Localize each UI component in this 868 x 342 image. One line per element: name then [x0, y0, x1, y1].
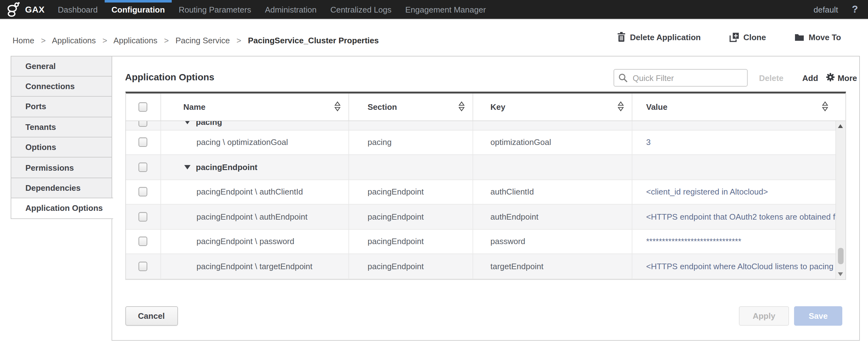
table-row-password: pacingEndpoint \ password pacingEndpoint… [126, 229, 845, 254]
caret-down-icon[interactable] [184, 121, 190, 124]
row-checkbox[interactable] [138, 163, 147, 172]
sidebar-tab-general[interactable]: General [10, 56, 112, 77]
row-checkbox[interactable] [138, 212, 147, 222]
nav-item-engagement-manager[interactable]: Engagement Manager [398, 0, 493, 19]
breadcrumb-separator: > [237, 36, 241, 45]
sort-arrows-icon[interactable] [822, 101, 829, 113]
breadcrumb-item-applications-2[interactable]: Applications [114, 36, 157, 45]
cell-section: pacingEndpoint [349, 229, 473, 254]
table-header: Name Section [126, 93, 845, 121]
breadcrumb-item-home[interactable]: Home [12, 36, 34, 45]
nav-item-configuration[interactable]: Configuration [105, 0, 172, 19]
table-row-authEndpoint: pacingEndpoint \ authEndpoint pacingEndp… [126, 205, 845, 229]
nav-item-centralized-logs[interactable]: Centralized Logs [323, 0, 398, 19]
cell-section: pacingEndpoint [349, 180, 473, 204]
row-checkbox[interactable] [138, 237, 147, 246]
cell-name: pacingEndpoint \ authEndpoint [161, 205, 349, 229]
clone-icon [730, 32, 739, 42]
page-actions: Delete Application Clone [617, 32, 841, 42]
breadcrumb: Home > Applications > Applications > Pac… [12, 36, 379, 45]
cell-value: 3 [632, 130, 845, 154]
sort-arrows-icon[interactable] [617, 101, 624, 113]
breadcrumb-item-applications[interactable]: Applications [52, 36, 96, 45]
quick-filter-input[interactable] [613, 69, 748, 87]
sidebar-tab-ports[interactable]: Ports [10, 96, 112, 117]
column-header-section[interactable]: Section [349, 93, 473, 120]
brand[interactable]: GAX [6, 0, 51, 19]
sort-arrows-icon[interactable] [334, 101, 341, 113]
sidebar-tab-application-options[interactable]: Application Options [10, 198, 113, 219]
search-icon [618, 73, 627, 84]
row-checkbox[interactable] [138, 187, 147, 197]
brand-text: GAX [25, 4, 45, 15]
table-row-group-pacing-partial: pacing [126, 121, 845, 130]
select-all-cell [126, 93, 161, 120]
cell-section: pacing [349, 130, 473, 154]
sidebar-tab-tenants[interactable]: Tenants [10, 116, 112, 137]
cell-name: pacingEndpoint \ authClientId [161, 180, 349, 204]
nav-item-routing-parameters[interactable]: Routing Parameters [172, 0, 258, 19]
clone-button[interactable]: Clone [730, 32, 766, 42]
select-all-checkbox[interactable] [138, 102, 147, 112]
user-menu[interactable]: default [813, 5, 838, 14]
cell-section: pacingEndpoint [349, 254, 473, 278]
nav-item-administration[interactable]: Administration [258, 0, 323, 19]
row-checkbox[interactable] [138, 121, 147, 127]
trash-icon [617, 32, 625, 42]
cell-key: targetEndpoint [473, 254, 632, 278]
row-checkbox[interactable] [138, 262, 147, 271]
cell-key: optimizationGoal [473, 130, 632, 154]
sidebar-tab-dependencies[interactable]: Dependencies [10, 178, 112, 199]
column-header-name[interactable]: Name [161, 93, 349, 120]
toolbar-more-button[interactable]: More [826, 73, 857, 83]
move-to-button[interactable]: Move To [795, 32, 841, 42]
scroll-down-icon[interactable] [838, 272, 843, 276]
cell-value: ****************************** [632, 229, 845, 254]
sidebar-tab-connections[interactable]: Connections [10, 76, 112, 97]
caret-down-icon[interactable] [184, 165, 190, 169]
cell-value: <HTTPS endpoint where AltoCloud listens … [632, 254, 845, 278]
column-header-key[interactable]: Key [473, 93, 632, 120]
toolbar-add-button[interactable]: Add [802, 73, 818, 83]
breadcrumb-separator: > [41, 36, 46, 45]
row-checkbox[interactable] [138, 138, 147, 147]
breadcrumb-bar: Home > Applications > Applications > Pac… [0, 20, 868, 55]
panel-footer: Cancel Apply Save [125, 306, 842, 326]
sidebar-tab-permissions[interactable]: Permissions [10, 157, 112, 178]
cell-key: password [473, 229, 632, 254]
cell-section: pacingEndpoint [349, 205, 473, 229]
nav-item-dashboard[interactable]: Dashboard [51, 0, 105, 19]
delete-application-button[interactable]: Delete Application [617, 32, 701, 42]
table-scrollbar[interactable] [835, 121, 845, 279]
folder-icon [795, 33, 804, 41]
column-header-value[interactable]: Value [632, 93, 845, 120]
table-row-group-pacingEndpoint: pacingEndpoint [126, 155, 845, 180]
application-options-table: Name Section [125, 92, 846, 280]
toolbar-delete-button[interactable]: Delete [759, 73, 783, 83]
sidebar: General Connections Ports Tenants Option… [10, 56, 113, 219]
apply-button[interactable]: Apply [739, 306, 789, 326]
gear-icon [826, 73, 835, 83]
breadcrumb-separator: > [164, 36, 169, 45]
save-button[interactable]: Save [794, 306, 842, 326]
table-row-targetEndpoint: pacingEndpoint \ targetEndpoint pacingEn… [126, 254, 845, 279]
table-body: pacing pacing \ optimizationGoal pacing … [126, 121, 845, 279]
sort-arrows-icon[interactable] [458, 101, 465, 113]
gax-logo-icon [6, 2, 20, 17]
breadcrumb-separator: > [102, 36, 107, 45]
cancel-button[interactable]: Cancel [125, 306, 178, 326]
page-title: Application Options [125, 71, 214, 82]
table-row-authClientId: pacingEndpoint \ authClientId pacingEndp… [126, 180, 845, 205]
breadcrumb-current: PacingService_Cluster Properties [248, 36, 379, 45]
question-mark-icon[interactable]: ? [852, 4, 858, 15]
cell-key: authClientId [473, 180, 632, 204]
gax-application: GAX Dashboard Configuration Routing Para… [0, 0, 868, 342]
cell-name: pacingEndpoint \ targetEndpoint [161, 254, 349, 278]
breadcrumb-item-pacing-service[interactable]: Pacing Service [176, 36, 230, 45]
sidebar-tab-options[interactable]: Options [10, 137, 112, 158]
cell-value: <client_id registered in Altocloud> [632, 180, 845, 204]
scrollbar-thumb[interactable] [838, 248, 843, 264]
scroll-up-icon[interactable] [838, 124, 843, 128]
top-nav: GAX Dashboard Configuration Routing Para… [0, 0, 868, 20]
table-toolbar: Delete Add More [613, 69, 857, 87]
